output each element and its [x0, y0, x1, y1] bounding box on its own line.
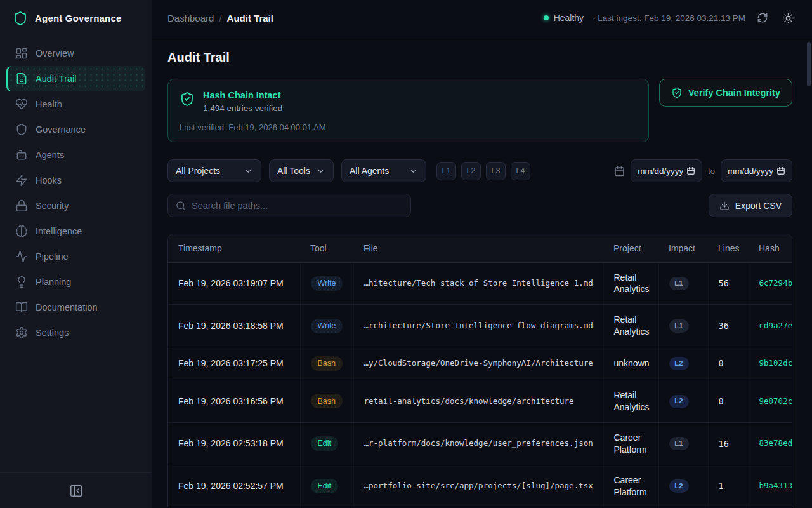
last-verified-label: Last verified: Feb 19, 2026 04:00:01 AM	[180, 123, 637, 132]
cell-hash-link[interactable]: 83e78ed7	[749, 422, 792, 465]
table-header-row: Timestamp Tool File Project Impact Lines…	[168, 234, 792, 262]
search-input[interactable]: Search file paths...	[167, 194, 411, 217]
verify-chain-integrity-button[interactable]: Verify Chain Integrity	[659, 79, 792, 107]
column-header-lines: Lines	[708, 234, 749, 262]
table-row[interactable]: Feb 19, 2026 02:53:18 PM Edit …r-platfor…	[168, 422, 792, 465]
cell-hash-link[interactable]: 6c7294ba	[749, 262, 792, 305]
cell-lines: 0	[708, 347, 749, 380]
sidebar-item-security[interactable]: Security	[6, 193, 145, 218]
cell-file-path: …portfolio-site/src/app/projects/[slug]/…	[353, 465, 603, 507]
column-header-hash: Hash	[749, 234, 792, 262]
collapse-sidebar-button[interactable]	[65, 480, 87, 502]
refresh-button[interactable]	[754, 10, 771, 26]
cell-hash-link[interactable]: 9e0702cc	[749, 380, 792, 423]
cell-project: Career Platform	[603, 465, 658, 507]
table-row[interactable]: Feb 19, 2026 03:17:25 PM Bash …y/CloudSt…	[168, 347, 792, 380]
tool-filter-select[interactable]: All Tools	[269, 159, 334, 182]
cell-file-path: …r-platform/docs/knowledge/user_preferen…	[353, 422, 603, 465]
activity-icon	[15, 250, 28, 263]
zap-icon	[15, 174, 28, 187]
verify-button-label: Verify Chain Integrity	[688, 88, 780, 98]
export-csv-button[interactable]: Export CSV	[709, 194, 792, 217]
impact-level-filters: L1 L2 L3 L4	[436, 162, 530, 180]
date-from-input[interactable]: mm/dd/yyyy	[631, 159, 702, 182]
sidebar-item-audit-trail[interactable]: Audit Trail	[6, 66, 145, 91]
cell-file-path: …y/CloudStorage/OneDrive-SymphonyAI/Arch…	[353, 347, 603, 380]
sidebar-item-intelligence[interactable]: Intelligence	[6, 218, 145, 244]
level-filter-l2[interactable]: L2	[461, 162, 481, 180]
chevron-down-icon	[244, 166, 253, 176]
breadcrumb-dashboard[interactable]: Dashboard	[167, 13, 214, 23]
sidebar-item-settings[interactable]: Settings	[6, 320, 145, 345]
cell-timestamp: Feb 19, 2026 03:19:07 PM	[168, 262, 300, 305]
calendar-icon	[614, 166, 625, 177]
agent-filter-value: All Agents	[350, 166, 389, 176]
project-filter-value: All Projects	[176, 166, 220, 176]
tool-badge: Write	[311, 319, 343, 333]
heart-pulse-icon	[15, 98, 28, 110]
vertical-scrollbar[interactable]	[807, 42, 811, 86]
tool-badge: Edit	[311, 436, 339, 451]
table-row[interactable]: Feb 19, 2026 03:19:07 PM Write …hitectur…	[168, 262, 792, 305]
tool-badge: Write	[311, 276, 343, 291]
cell-lines: 36	[708, 305, 749, 347]
cell-lines: 0	[708, 380, 749, 423]
sidebar-item-health[interactable]: Health	[6, 91, 145, 117]
cell-timestamp: Feb 19, 2026 02:52:57 PM	[168, 465, 300, 507]
app-title: Agent Governance	[35, 13, 122, 23]
shield-icon	[15, 123, 28, 136]
cell-timestamp: Feb 19, 2026 03:16:56 PM	[168, 380, 300, 423]
column-header-project: Project	[603, 234, 658, 262]
sidebar-item-governance[interactable]: Governance	[6, 117, 145, 142]
table-row[interactable]: Feb 19, 2026 03:18:58 PM Write …rchitect…	[168, 305, 792, 347]
sidebar: Agent Governance Overview Audit Trail He…	[0, 0, 152, 508]
agent-filter-select[interactable]: All Agents	[341, 159, 426, 182]
impact-badge: L1	[669, 319, 689, 333]
chevron-down-icon	[409, 166, 418, 176]
impact-badge: L2	[669, 357, 689, 370]
sun-icon	[782, 12, 794, 24]
table-row[interactable]: Feb 19, 2026 02:52:57 PM Edit …portfolio…	[168, 465, 792, 507]
audit-table: Timestamp Tool File Project Impact Lines…	[167, 234, 792, 507]
sidebar-item-label: Agents	[36, 150, 64, 160]
app-logo: Agent Governance	[0, 0, 152, 36]
sidebar-item-overview[interactable]: Overview	[6, 41, 145, 66]
shield-logo-icon	[13, 11, 28, 26]
project-filter-select[interactable]: All Projects	[167, 159, 261, 182]
header-right: Healthy · Last ingest: Feb 19, 2026 03:2…	[544, 10, 797, 27]
cell-hash-link[interactable]: b9a4313d	[749, 465, 792, 507]
level-filter-l1[interactable]: L1	[436, 162, 456, 180]
table-row[interactable]: Feb 19, 2026 03:16:56 PM Bash retail-ana…	[168, 380, 792, 423]
sidebar-footer	[0, 472, 152, 508]
sidebar-item-pipeline[interactable]: Pipeline	[6, 244, 145, 269]
sidebar-item-planning[interactable]: Planning	[6, 269, 145, 295]
sidebar-item-hooks[interactable]: Hooks	[6, 168, 145, 193]
theme-toggle-button[interactable]	[780, 10, 797, 27]
cell-timestamp: Feb 19, 2026 03:18:58 PM	[168, 305, 300, 347]
sidebar-item-label: Pipeline	[36, 251, 69, 262]
settings-gear-icon	[15, 326, 28, 339]
search-placeholder: Search file paths...	[192, 201, 268, 211]
date-to-value: mm/dd/yyyy	[728, 166, 773, 176]
cell-hash-link[interactable]: 9b102dc8	[749, 347, 792, 380]
cell-file-path: …rchitecture/Store Intelligence flow dia…	[353, 305, 603, 347]
refresh-icon	[757, 12, 768, 23]
level-filter-l4[interactable]: L4	[511, 162, 530, 180]
sidebar-item-agents[interactable]: Agents	[6, 142, 145, 168]
top-header: Dashboard / Audit Trail Healthy · Last i…	[152, 0, 812, 36]
layout-dashboard-icon	[15, 47, 28, 60]
sidebar-item-label: Governance	[36, 124, 86, 135]
cell-lines: 1	[708, 465, 749, 507]
tool-badge: Edit	[311, 479, 339, 493]
lock-icon	[15, 199, 28, 212]
calendar-picker-icon	[776, 166, 785, 175]
sidebar-item-documentation[interactable]: Documentation	[6, 295, 145, 320]
sidebar-item-label: Documentation	[36, 302, 98, 312]
cell-hash-link[interactable]: cd9a27e1	[749, 305, 792, 347]
level-filter-l3[interactable]: L3	[486, 162, 506, 180]
brain-icon	[15, 225, 28, 237]
cell-project: Career Platform	[603, 422, 658, 465]
impact-badge: L1	[669, 437, 689, 450]
lightbulb-icon	[15, 276, 28, 288]
date-to-input[interactable]: mm/dd/yyyy	[721, 159, 792, 182]
